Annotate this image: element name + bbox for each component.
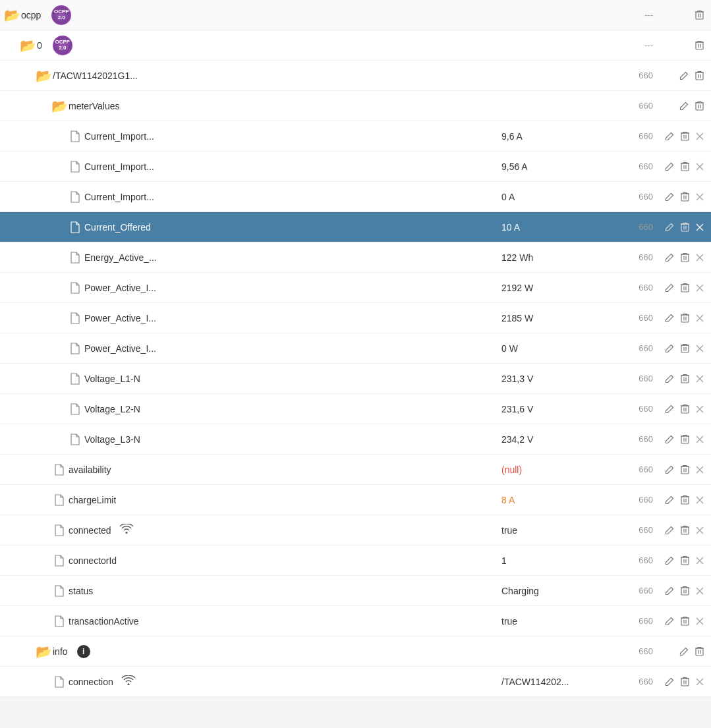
delete-button-info[interactable]	[693, 645, 706, 658]
file-icon	[66, 191, 84, 203]
edit-button-energy-active[interactable]	[663, 252, 676, 264]
svg-rect-16	[681, 254, 689, 262]
close-button-connection[interactable]	[694, 677, 706, 687]
delete-button-power-active-3[interactable]	[679, 342, 691, 354]
delete-button-connection[interactable]	[679, 675, 691, 688]
tree-row-power-active-2[interactable]: Power_Active_I...2185 W660	[0, 303, 711, 333]
tree-row-current-import-3[interactable]: Current_Import...0 A660	[0, 182, 711, 212]
tree-row-tacw[interactable]: 📂/TACW1142021G1...660	[0, 61, 711, 91]
edit-button-power-active-1[interactable]	[663, 282, 676, 294]
svg-rect-43	[681, 527, 689, 534]
delete-button-voltage-l2[interactable]	[679, 403, 691, 415]
tree-row-availability[interactable]: availability(null)660	[0, 455, 711, 485]
delete-button-power-active-1[interactable]	[679, 281, 691, 294]
tree-row-power-active-3[interactable]: Power_Active_I...0 W660	[0, 333, 711, 364]
delete-button-chargeLimit[interactable]	[679, 493, 691, 506]
close-button-current-import-1[interactable]	[694, 131, 706, 142]
close-button-transactionActive[interactable]	[694, 616, 706, 627]
edit-button-status[interactable]	[663, 585, 676, 597]
edit-button-connectorId[interactable]	[663, 555, 676, 567]
close-button-connected[interactable]	[694, 525, 706, 536]
version-cell-meterValues: 660	[620, 101, 653, 111]
tree-row-info[interactable]: 📂infoi660	[0, 636, 711, 667]
close-button-voltage-l1[interactable]	[694, 374, 706, 384]
tree-row-current-offered[interactable]: Current_Offered10 A660	[0, 212, 711, 242]
edit-button-current-offered[interactable]	[663, 221, 676, 233]
svg-rect-2	[696, 72, 703, 80]
svg-rect-0	[696, 12, 703, 19]
delete-button-current-import-3[interactable]	[679, 190, 691, 203]
tree-row-connectorId[interactable]: connectorId1660	[0, 546, 711, 576]
delete-button-transactionActive[interactable]	[679, 615, 691, 627]
edit-button-availability[interactable]	[663, 464, 676, 476]
file-icon	[50, 494, 69, 506]
tree-row-chargeLimit[interactable]: chargeLimit8 A660	[0, 485, 711, 515]
version-cell-ocpp: ---	[620, 10, 653, 20]
delete-button-availability[interactable]	[679, 463, 691, 476]
tree-row-status[interactable]: statusCharging660	[0, 576, 711, 606]
delete-button-connected[interactable]	[679, 524, 691, 536]
close-button-power-active-3[interactable]	[694, 343, 706, 354]
close-button-connectorId[interactable]	[694, 555, 706, 566]
close-button-availability[interactable]	[694, 464, 706, 475]
delete-button-current-import-2[interactable]	[679, 160, 691, 173]
version-cell-connectorId: 660	[620, 555, 653, 565]
tree-row-meterValues[interactable]: 📂meterValues660	[0, 91, 711, 121]
svg-rect-1	[696, 42, 703, 49]
close-button-status[interactable]	[694, 586, 706, 596]
label-text-current-import-1: Current_Import...	[84, 131, 154, 142]
edit-button-info[interactable]	[677, 646, 691, 658]
delete-button-meterValues[interactable]	[693, 99, 706, 112]
edit-button-power-active-3[interactable]	[663, 343, 676, 354]
tree-row-connection[interactable]: connection /TACW114202...660	[0, 667, 711, 697]
close-button-voltage-l2[interactable]	[694, 404, 706, 414]
edit-button-current-import-2[interactable]	[663, 161, 676, 173]
tree-row-ocpp-0[interactable]: 📂0OCPP2.0---	[0, 30, 711, 61]
delete-button-current-import-1[interactable]	[679, 130, 691, 142]
edit-button-tacw[interactable]	[677, 70, 691, 82]
tree-row-voltage-l2[interactable]: Voltage_L2-N231,6 V660	[0, 394, 711, 424]
delete-button-status[interactable]	[679, 584, 691, 597]
edit-button-transactionActive[interactable]	[663, 615, 676, 627]
close-button-power-active-1[interactable]	[694, 283, 706, 293]
tree-row-current-import-1[interactable]: Current_Import...9,6 A660	[0, 121, 711, 152]
close-button-power-active-2[interactable]	[694, 313, 706, 323]
close-button-current-import-2[interactable]	[694, 161, 706, 172]
edit-button-connected[interactable]	[663, 524, 676, 536]
tree-row-voltage-l1[interactable]: Voltage_L1-N231,3 V660	[0, 364, 711, 394]
edit-button-chargeLimit[interactable]	[663, 494, 676, 506]
delete-button-connectorId[interactable]	[679, 554, 691, 567]
tree-row-connected[interactable]: connected true660	[0, 515, 711, 546]
tree-row-ocpp[interactable]: 📂ocppOCPP2.0---	[0, 0, 711, 30]
edit-button-voltage-l1[interactable]	[663, 373, 676, 385]
version-cell-ocpp-0: ---	[620, 40, 653, 50]
close-button-energy-active[interactable]	[694, 252, 706, 263]
version-cell-current-offered: 660	[620, 222, 653, 232]
edit-button-power-active-2[interactable]	[663, 312, 676, 324]
tree-row-voltage-l3[interactable]: Voltage_L3-N234,2 V660	[0, 424, 711, 455]
close-button-current-import-3[interactable]	[694, 192, 706, 202]
value-cell-current-import-3: 0 A	[501, 192, 620, 202]
close-button-chargeLimit[interactable]	[694, 495, 706, 505]
close-button-voltage-l3[interactable]	[694, 434, 706, 445]
delete-button-tacw[interactable]	[693, 69, 706, 82]
delete-button-current-offered[interactable]	[679, 221, 691, 233]
tree-row-current-import-2[interactable]: Current_Import...9,56 A660	[0, 152, 711, 182]
tree-row-transactionActive[interactable]: transactionActivetrue660	[0, 606, 711, 636]
delete-button-power-active-2[interactable]	[679, 312, 691, 324]
edit-button-voltage-l2[interactable]	[663, 403, 676, 415]
delete-button-voltage-l1[interactable]	[679, 372, 691, 385]
delete-button-ocpp-0[interactable]	[693, 39, 706, 51]
delete-button-ocpp[interactable]	[693, 9, 706, 21]
edit-button-current-import-1[interactable]	[663, 130, 676, 142]
svg-rect-28	[681, 376, 689, 383]
edit-button-meterValues[interactable]	[677, 100, 691, 112]
delete-button-voltage-l3[interactable]	[679, 433, 691, 445]
delete-button-energy-active[interactable]	[679, 251, 691, 264]
close-button-current-offered[interactable]	[694, 222, 706, 233]
tree-row-energy-active[interactable]: Energy_Active_...122 Wh660	[0, 242, 711, 273]
edit-button-current-import-3[interactable]	[663, 191, 676, 203]
tree-row-power-active-1[interactable]: Power_Active_I...2192 W660	[0, 273, 711, 303]
edit-button-voltage-l3[interactable]	[663, 434, 676, 445]
edit-button-connection[interactable]	[663, 676, 676, 688]
